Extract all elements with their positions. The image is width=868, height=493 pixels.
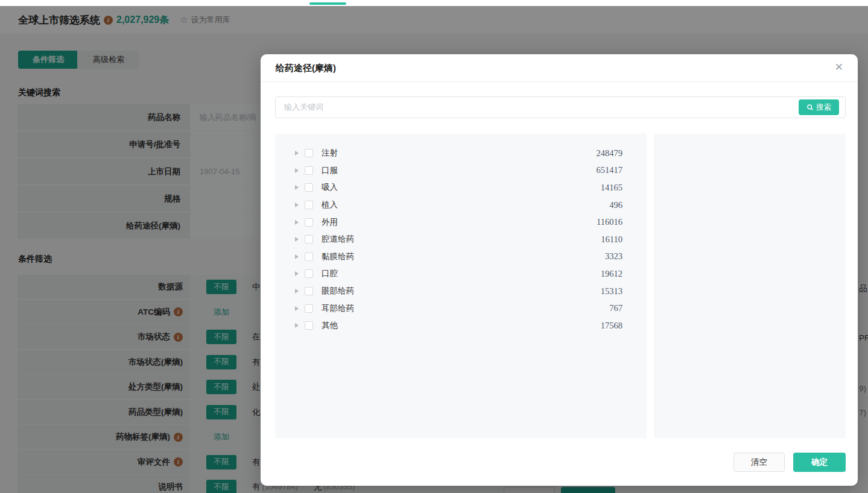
tree-checkbox[interactable] xyxy=(305,183,313,192)
tree-label[interactable]: 其他 xyxy=(322,320,338,331)
tree-checkbox[interactable] xyxy=(305,287,313,295)
tree-count: 651417 xyxy=(597,165,623,175)
tree-checkbox[interactable] xyxy=(305,166,313,175)
screen: 全球上市筛选系统 i 2,027,929条 ☆ 设为常用库 条件筛选 高级检索 … xyxy=(0,0,868,493)
tree-count: 15313 xyxy=(601,286,622,297)
tree-label[interactable]: 外用 xyxy=(322,217,338,228)
search-placeholder: 输入关键词 xyxy=(276,102,799,113)
modal-header: 给药途径(摩熵) ✕ xyxy=(261,54,858,82)
tree-label[interactable]: 口腔 xyxy=(322,268,338,279)
tree-row: 吸入 14165 xyxy=(275,179,647,196)
active-tab-indicator xyxy=(309,2,346,5)
tree-row: 腔道给药 16110 xyxy=(275,231,647,248)
expand-caret-icon[interactable] xyxy=(295,168,299,173)
tree-count: 16110 xyxy=(601,234,622,245)
clear-button[interactable]: 清空 xyxy=(733,453,785,472)
tree-label[interactable]: 腔道给药 xyxy=(322,234,354,245)
tree-label[interactable]: 眼部给药 xyxy=(322,286,354,297)
search-button[interactable]: 搜索 xyxy=(799,99,839,115)
expand-caret-icon[interactable] xyxy=(295,237,299,242)
tree-checkbox[interactable] xyxy=(305,201,313,209)
tree-count: 19612 xyxy=(601,269,622,279)
tree-checkbox[interactable] xyxy=(305,269,313,278)
tree-checkbox[interactable] xyxy=(305,218,313,227)
tree-label[interactable]: 植入 xyxy=(322,199,338,210)
tree-count: 248479 xyxy=(597,148,623,159)
expand-caret-icon[interactable] xyxy=(295,203,299,207)
expand-caret-icon[interactable] xyxy=(295,289,299,294)
route-of-administration-modal: 给药途径(摩熵) ✕ 输入关键词 搜索 注射 248479 xyxy=(261,54,858,486)
close-icon[interactable]: ✕ xyxy=(835,62,843,72)
expand-caret-icon[interactable] xyxy=(295,323,299,328)
tree-count: 496 xyxy=(609,200,622,210)
tree-row: 口服 651417 xyxy=(275,162,647,180)
tree-checkbox[interactable] xyxy=(305,253,313,261)
tree-row: 耳部给药 767 xyxy=(275,300,647,317)
tree-label[interactable]: 黏膜给药 xyxy=(322,251,354,262)
top-strip xyxy=(0,0,868,6)
tree-label[interactable]: 吸入 xyxy=(322,182,338,193)
tree-label[interactable]: 耳部给药 xyxy=(322,303,354,314)
expand-caret-icon[interactable] xyxy=(295,271,299,276)
modal-search-input[interactable]: 输入关键词 搜索 xyxy=(275,96,846,118)
tree-row: 眼部给药 15313 xyxy=(275,283,647,300)
tree-count: 3323 xyxy=(605,251,622,262)
tree-label[interactable]: 口服 xyxy=(322,165,338,176)
tree-row: 口腔 19612 xyxy=(275,265,647,283)
modal-title: 给药途径(摩熵) xyxy=(276,63,336,74)
expand-caret-icon[interactable] xyxy=(295,185,299,190)
tree-row: 注射 248479 xyxy=(275,145,647,162)
tree-row: 外用 116016 xyxy=(275,213,647,231)
tree-checkbox[interactable] xyxy=(305,304,313,313)
tree-label[interactable]: 注射 xyxy=(322,148,338,159)
tree-count: 17568 xyxy=(601,321,622,331)
search-button-label: 搜索 xyxy=(816,102,831,113)
selected-items-panel xyxy=(654,134,846,438)
expand-caret-icon[interactable] xyxy=(295,254,299,259)
expand-caret-icon[interactable] xyxy=(295,151,299,155)
tree-checkbox[interactable] xyxy=(305,321,313,330)
tree-count: 767 xyxy=(609,303,622,313)
modal-footer: 清空 确定 xyxy=(261,453,858,472)
route-tree-panel: 注射 248479 口服 651417 吸入 14165 xyxy=(275,134,647,438)
confirm-button[interactable]: 确定 xyxy=(793,453,846,472)
search-icon xyxy=(806,104,814,111)
expand-caret-icon[interactable] xyxy=(295,220,299,225)
tree-count: 116016 xyxy=(597,217,622,227)
tree-row: 其他 17568 xyxy=(275,317,647,334)
tree-checkbox[interactable] xyxy=(305,149,313,157)
tree-checkbox[interactable] xyxy=(305,235,313,243)
expand-caret-icon[interactable] xyxy=(295,306,299,311)
tree-row: 黏膜给药 3323 xyxy=(275,248,647,266)
tree-row: 植入 496 xyxy=(275,196,647,214)
tree-count: 14165 xyxy=(601,183,622,193)
